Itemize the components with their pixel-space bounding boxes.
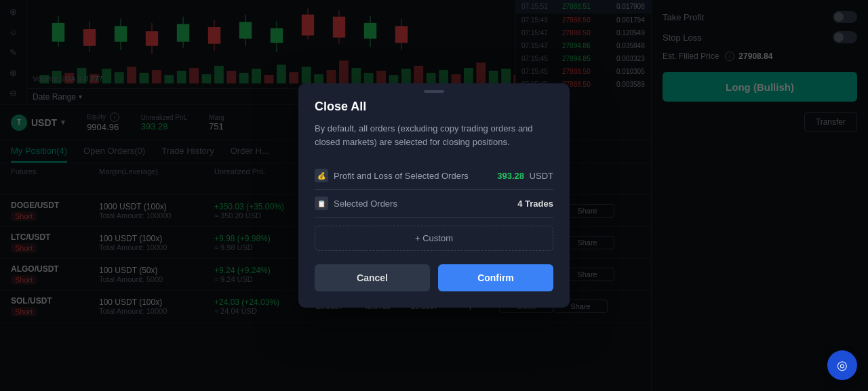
pnl-value: 393.28 USDT	[497, 171, 553, 181]
custom-button[interactable]: + Custom	[315, 226, 553, 251]
modal-actions: Cancel Confirm	[315, 264, 553, 291]
confirm-button[interactable]: Confirm	[438, 264, 553, 291]
modal-drag-handle	[424, 90, 444, 93]
selected-orders-value: 4 Trades	[517, 199, 553, 209]
pnl-stat-row: 💰 Profit and Loss of Selected Orders 393…	[315, 162, 553, 190]
modal-title: Close All	[315, 100, 553, 114]
chat-bubble[interactable]: ◎	[827, 350, 857, 380]
modal-overlay: Close All By default, all orders (exclud…	[0, 0, 868, 391]
orders-icon: 📋	[315, 197, 328, 210]
chat-icon: ◎	[837, 358, 848, 373]
pnl-icon: 💰	[315, 169, 328, 182]
close-all-modal: Close All By default, all orders (exclud…	[298, 83, 570, 308]
selected-orders-row: 📋 Selected Orders 4 Trades	[315, 190, 553, 218]
cancel-button[interactable]: Cancel	[315, 264, 430, 291]
modal-description: By default, all orders (excluding copy t…	[315, 122, 553, 148]
